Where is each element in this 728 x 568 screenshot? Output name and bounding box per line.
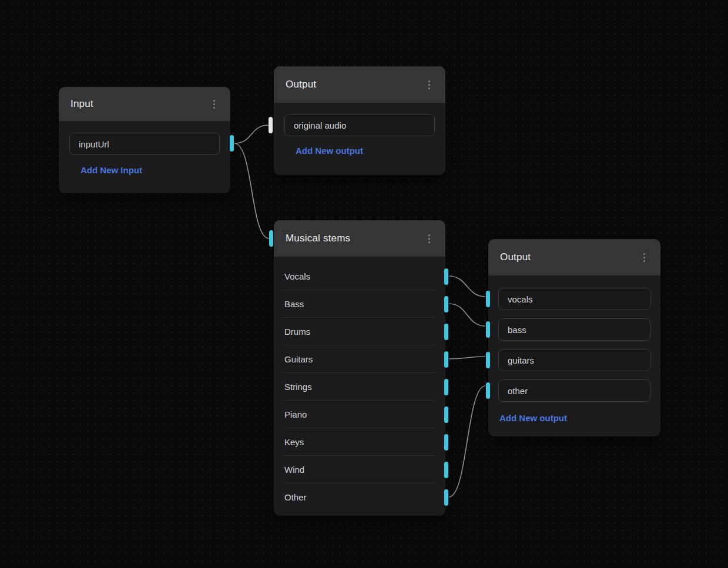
output-name-field[interactable]: other bbox=[498, 379, 650, 402]
stem-output-port[interactable] bbox=[444, 434, 448, 451]
node-input-header[interactable]: Input bbox=[59, 87, 230, 121]
node-editor-canvas[interactable]: { "colors": { "background": "#0a0a0b", "… bbox=[0, 0, 728, 568]
output-name-field[interactable]: bass bbox=[498, 318, 650, 341]
kebab-menu-icon[interactable] bbox=[211, 98, 217, 111]
output-input-port[interactable] bbox=[486, 291, 490, 307]
stem-label: Strings bbox=[284, 382, 312, 392]
node-musical-stems-header[interactable]: Musical stems bbox=[274, 220, 445, 257]
stem-output-port[interactable] bbox=[444, 296, 448, 312]
stem-row: Piano bbox=[274, 401, 445, 428]
output-name-field[interactable]: guitars bbox=[498, 349, 650, 371]
stem-row: Vocals bbox=[274, 263, 445, 290]
stem-row: Guitars bbox=[274, 345, 445, 373]
node-output-top-body: original audio Add New output bbox=[274, 103, 445, 156]
output-name-field[interactable]: vocals bbox=[498, 288, 650, 310]
stem-row: Strings bbox=[274, 373, 445, 401]
node-output-top-header[interactable]: Output bbox=[274, 66, 445, 103]
kebab-menu-icon[interactable] bbox=[426, 232, 432, 246]
add-new-input-link[interactable]: Add New Input bbox=[80, 165, 142, 175]
connection-wire bbox=[449, 357, 485, 359]
input-node-output-port[interactable] bbox=[230, 135, 234, 152]
stem-label: Keys bbox=[284, 437, 304, 447]
output-field-row: other bbox=[498, 379, 650, 402]
stem-output-port[interactable] bbox=[444, 462, 448, 478]
stems-list: Vocals Bass Drums Guitars Strings bbox=[274, 257, 445, 511]
kebab-menu-icon[interactable] bbox=[426, 78, 432, 92]
stem-label: Guitars bbox=[284, 354, 313, 364]
stem-output-port[interactable] bbox=[444, 268, 448, 285]
stem-label: Piano bbox=[284, 409, 307, 419]
output-input-port[interactable] bbox=[486, 352, 490, 368]
node-input-title: Input bbox=[71, 98, 93, 110]
stem-label: Other bbox=[284, 492, 307, 502]
node-output-top-title: Output bbox=[286, 79, 316, 90]
kebab-menu-icon[interactable] bbox=[641, 251, 648, 264]
output-field-row: bass bbox=[498, 318, 650, 341]
stem-label: Vocals bbox=[284, 271, 310, 281]
output-input-port[interactable] bbox=[486, 321, 490, 338]
stem-row: Keys bbox=[274, 428, 445, 456]
input-url-field[interactable]: inputUrl bbox=[69, 133, 220, 155]
node-output-top[interactable]: Output original audio Add New output bbox=[274, 66, 445, 175]
stem-output-port[interactable] bbox=[444, 489, 448, 506]
node-musical-stems[interactable]: Musical stems Vocals Bass Drums Guitars bbox=[274, 220, 445, 516]
output-right-fields: vocals bass guitars other bbox=[488, 275, 660, 402]
original-audio-field[interactable]: original audio bbox=[284, 114, 435, 136]
stem-output-port[interactable] bbox=[444, 324, 448, 340]
connection-wire bbox=[449, 304, 485, 326]
output-top-input-port[interactable] bbox=[269, 117, 273, 133]
stem-row: Wind bbox=[274, 456, 445, 483]
stem-output-port[interactable] bbox=[444, 379, 448, 395]
node-output-right-header[interactable]: Output bbox=[488, 239, 660, 275]
connection-wire bbox=[449, 386, 485, 497]
add-new-output-link[interactable]: Add New output bbox=[296, 146, 363, 156]
node-output-right[interactable]: Output vocals bass guitars other Ad bbox=[488, 239, 660, 436]
stem-row: Drums bbox=[274, 318, 445, 345]
node-output-right-title: Output bbox=[500, 251, 531, 263]
connection-wire bbox=[449, 276, 485, 297]
output-field-row: guitars bbox=[498, 349, 650, 371]
node-input[interactable]: Input inputUrl Add New Input bbox=[59, 87, 230, 193]
stem-output-port[interactable] bbox=[444, 351, 448, 368]
connection-wire bbox=[234, 143, 269, 238]
connection-wire bbox=[234, 125, 269, 143]
musical-stems-input-port[interactable] bbox=[269, 230, 273, 247]
stem-label: Drums bbox=[284, 327, 310, 337]
node-musical-stems-title: Musical stems bbox=[286, 233, 350, 244]
output-field-row: vocals bbox=[498, 288, 650, 310]
add-new-output-link[interactable]: Add New output bbox=[499, 413, 567, 423]
stem-row: Bass bbox=[274, 290, 445, 318]
output-input-port[interactable] bbox=[486, 382, 490, 399]
stem-row: Other bbox=[274, 483, 445, 511]
stem-label: Bass bbox=[284, 299, 304, 309]
node-input-body: inputUrl Add New Input bbox=[59, 121, 230, 176]
stem-label: Wind bbox=[284, 465, 304, 475]
stem-output-port[interactable] bbox=[444, 406, 448, 423]
